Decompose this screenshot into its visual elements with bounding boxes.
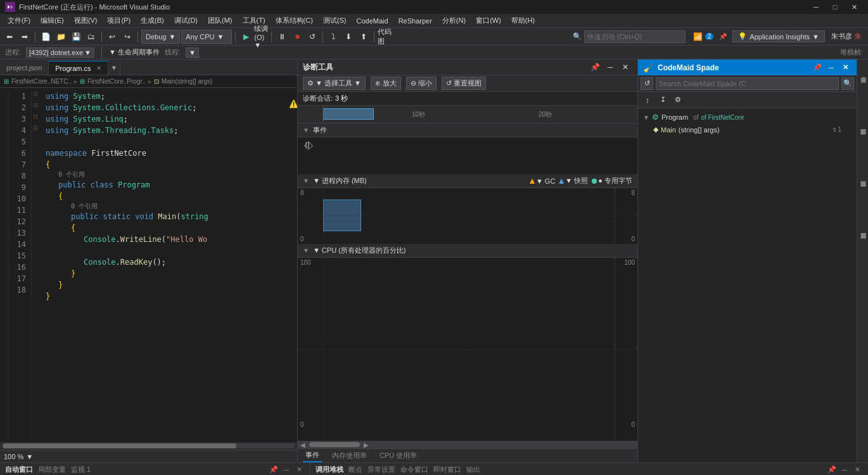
test-explorer-button[interactable]: 测试资源管理器 bbox=[858, 114, 868, 165]
path-netcore[interactable]: FirstNetCore..NETC.. bbox=[11, 78, 72, 85]
codemaid-close[interactable]: ✕ bbox=[839, 62, 852, 73]
tree-main-item[interactable]: ◆ Main (string[] args) s 1 bbox=[638, 124, 857, 136]
menu-project[interactable]: 项目(P) bbox=[102, 15, 136, 27]
reset-view-button[interactable]: ↺ 重置视图 bbox=[442, 77, 486, 90]
cpu-chart[interactable]: 100 0 100 0 bbox=[298, 258, 637, 441]
open-button[interactable]: 📁 bbox=[54, 30, 68, 44]
zoom-out-button[interactable]: ⊖ 缩小 bbox=[406, 77, 437, 90]
step-over[interactable]: ⤵ bbox=[326, 30, 340, 44]
diag-minimize-button[interactable]: ─ bbox=[603, 61, 617, 73]
title-controls[interactable]: ─ □ ✕ bbox=[807, 2, 863, 12]
step-out[interactable]: ⬆ bbox=[357, 30, 371, 44]
scroll-left[interactable]: ◀ bbox=[298, 441, 308, 448]
cpu-expand-icon[interactable]: ▼ bbox=[303, 247, 309, 254]
call-minimize-btn[interactable]: ─ bbox=[839, 464, 850, 476]
step-into[interactable]: ⬇ bbox=[341, 30, 355, 44]
new-file-button[interactable]: 📄 bbox=[39, 30, 53, 44]
menu-window[interactable]: 窗口(W) bbox=[471, 15, 506, 27]
process-dropdown[interactable]: [4392] dotnet.exe ▼ bbox=[26, 48, 94, 58]
menu-analyze[interactable]: 分析(N) bbox=[437, 15, 471, 27]
pin-toolbar[interactable]: 📌 bbox=[716, 30, 730, 44]
select-tool-button[interactable]: ⚙ ▼ 选择工具 ▼ bbox=[303, 77, 366, 90]
restart-button[interactable]: ↺ bbox=[305, 30, 319, 44]
menu-debug[interactable]: 调试(D) bbox=[169, 15, 203, 27]
tree-program-item[interactable]: ▼ ⚙ Program of of FirstNetCore bbox=[638, 111, 857, 124]
quick-launch[interactable]: 🔍 bbox=[573, 30, 686, 43]
redo-button[interactable]: ↪ bbox=[120, 30, 134, 44]
auto-pin-btn[interactable]: 📌 bbox=[268, 464, 279, 476]
call-stack-tab[interactable]: 调用堆栈 bbox=[316, 465, 343, 474]
tab-close-icon[interactable]: ✕ bbox=[96, 65, 101, 72]
close-button[interactable]: ✕ bbox=[845, 2, 863, 12]
scrollbar-track[interactable] bbox=[3, 443, 295, 448]
codemaid-refresh-btn[interactable]: ↺ bbox=[641, 77, 653, 90]
codemaid-search-btn[interactable]: 🔍 bbox=[841, 77, 854, 90]
menu-resharper[interactable]: ReSharper bbox=[393, 16, 437, 26]
tab-dropdown[interactable]: ▼ bbox=[108, 61, 121, 75]
diag-close-button[interactable]: ✕ bbox=[618, 61, 632, 73]
tab-program-cs[interactable]: Program.cs ✕ bbox=[49, 61, 108, 75]
output-tab[interactable]: 输出 bbox=[466, 465, 480, 474]
exceptions-tab[interactable]: 异常设置 bbox=[367, 465, 395, 474]
stop-button[interactable]: ■ bbox=[290, 30, 304, 44]
events-expand-icon[interactable]: ▼ bbox=[303, 127, 309, 134]
call-close-btn[interactable]: ✕ bbox=[852, 464, 863, 476]
diag-scrollbar[interactable]: ◀ ▶ bbox=[298, 441, 637, 448]
timeline-selection[interactable] bbox=[323, 108, 374, 120]
editor-scrollbar[interactable] bbox=[0, 442, 297, 450]
zoom-in-button[interactable]: ⊕ 放大 bbox=[371, 77, 401, 90]
thread-dropdown[interactable]: ▼ bbox=[186, 48, 199, 58]
continue-button[interactable]: ▶ bbox=[239, 30, 253, 44]
cpu-dropdown[interactable]: Any CPU▼ bbox=[181, 30, 232, 44]
auto-window-tab[interactable]: 自动窗口 bbox=[5, 465, 33, 474]
menu-view[interactable]: 视图(V) bbox=[69, 15, 103, 27]
cm-settings-btn[interactable]: ⚙ bbox=[671, 94, 685, 106]
menu-file[interactable]: 文件(F) bbox=[3, 15, 35, 27]
menu-build[interactable]: 生成(B) bbox=[136, 15, 169, 27]
locals-tab[interactable]: 局部变量 bbox=[38, 465, 66, 474]
scroll-thumb[interactable] bbox=[309, 442, 360, 447]
undo-button[interactable]: ↩ bbox=[105, 30, 119, 44]
tab-project-json[interactable]: project.json bbox=[0, 61, 49, 75]
lifecycle-events[interactable]: ▼ 生命周期事件 bbox=[109, 48, 160, 57]
team-explorer-button[interactable]: 团队资源管理器 bbox=[858, 218, 868, 269]
cm-sort-alpha-btn[interactable]: ↧ bbox=[656, 94, 670, 106]
start-dropdown[interactable]: 续调(O) ▼ bbox=[254, 30, 268, 44]
scroll-right[interactable]: ▶ bbox=[361, 441, 371, 448]
forward-button[interactable]: ➡ bbox=[18, 30, 32, 44]
maximize-button[interactable]: □ bbox=[826, 2, 844, 12]
memory-chart[interactable]: 8 0 8 0 bbox=[298, 188, 637, 244]
footer-tab-events[interactable]: 事件 bbox=[303, 449, 322, 462]
back-button[interactable]: ⬅ bbox=[3, 30, 16, 44]
memory-expand-icon[interactable]: ▼ bbox=[303, 177, 309, 184]
breakpoints-tab[interactable]: 断点 bbox=[348, 465, 362, 474]
code-editor[interactable]: using System; using System.Collections.G… bbox=[41, 88, 288, 442]
debug-mode-dropdown[interactable]: Debug▼ bbox=[141, 30, 180, 44]
call-pin-btn[interactable]: 📌 bbox=[826, 464, 838, 476]
codemaid-pin[interactable]: 📌 bbox=[811, 62, 824, 73]
menu-help[interactable]: 帮助(H) bbox=[506, 15, 540, 27]
auto-close-btn[interactable]: ✕ bbox=[293, 464, 305, 476]
path-program[interactable]: FirstNetCore..Progr.. bbox=[87, 78, 146, 85]
footer-tab-cpu[interactable]: CPU 使用率 bbox=[377, 450, 419, 462]
immediate-tab[interactable]: 即时窗口 bbox=[433, 465, 461, 474]
app-insights-button[interactable]: 💡 Application Insights ▼ bbox=[732, 30, 825, 42]
graphics-diag-button[interactable]: 图形诊断 bbox=[858, 62, 868, 113]
menu-codemaid[interactable]: CodeMaid bbox=[352, 16, 393, 26]
save-all-button[interactable]: 🗂 bbox=[84, 30, 98, 44]
path-main[interactable]: Main(string[] args) bbox=[162, 78, 213, 85]
watch1-tab[interactable]: 监视 1 bbox=[71, 465, 91, 474]
footer-tab-memory[interactable]: 内存使用率 bbox=[329, 450, 369, 462]
codemaid-search-input[interactable] bbox=[656, 77, 839, 90]
pause-button[interactable]: ⏸ bbox=[275, 30, 289, 44]
codemaid-minimize[interactable]: ─ bbox=[825, 62, 838, 73]
menu-arch[interactable]: 体系结构(C) bbox=[271, 15, 318, 27]
command-tab[interactable]: 命令窗口 bbox=[400, 465, 428, 474]
menu-test[interactable]: 测试(S) bbox=[318, 15, 352, 27]
auto-minimize-btn[interactable]: ─ bbox=[281, 464, 292, 476]
menu-team[interactable]: 团队(M) bbox=[203, 15, 238, 27]
quick-launch-input[interactable] bbox=[584, 30, 686, 43]
scrollbar-thumb[interactable] bbox=[3, 443, 236, 448]
diag-pin-button[interactable]: 📌 bbox=[588, 61, 602, 73]
zoom-level[interactable]: 100 % bbox=[4, 453, 23, 460]
